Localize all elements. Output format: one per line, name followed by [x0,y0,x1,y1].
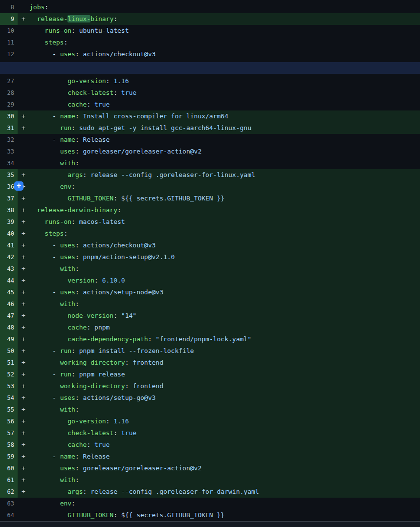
code-token: jobs [29,3,44,11]
line-number[interactable]: 10 [0,25,18,37]
code-line: + working-directory: frontend [18,380,420,392]
line-number[interactable]: 49 [0,333,18,345]
code-token: - [29,136,60,143]
line-number[interactable]: 40 [0,228,18,240]
line-number[interactable]: 38 [0,204,18,216]
code-line: + uses: goreleaser/goreleaser-action@v2 [18,462,420,474]
code-token: goreleaser/goreleaser-action@v2 [83,464,202,472]
line-number[interactable]: 50 [0,345,18,357]
line-number[interactable]: 29 [0,99,18,110]
line-number[interactable]: 52 [0,369,18,380]
code-token: : [106,77,114,85]
line-number[interactable]: 56 [0,416,18,427]
line-number[interactable]: 51 [0,357,18,369]
code-token: go-version [67,77,106,85]
diff-line: 36+ env:+ [0,181,420,193]
diff-marker: + [22,345,29,357]
line-number[interactable]: 47 [0,310,18,322]
diff-line: 37+ GITHUB_TOKEN: ${{ secrets.GITHUB_TOK… [0,193,420,204]
code-line: + - run: pnpm release [18,369,420,380]
line-number[interactable]: 42 [0,251,18,263]
line-number[interactable]: 9 [0,13,18,25]
code-token: : [75,50,83,58]
line-number[interactable]: 39 [0,216,18,228]
line-number[interactable]: 31 [0,122,18,134]
diff-line: 12 - uses: actions/checkout@v3 [0,48,420,60]
line-number[interactable]: 12 [0,48,18,60]
line-number[interactable]: 33 [0,146,18,157]
add-comment-button[interactable]: + [14,181,23,191]
code-token: : [71,500,75,507]
diff-marker: + [22,169,29,181]
code-line: steps: [18,37,420,48]
code-line: + run: sudo apt-get -y install gcc-aarch… [18,122,420,134]
code-token [29,429,67,437]
expand-diff-gap[interactable] [0,60,420,75]
line-number[interactable]: 62 [0,486,18,498]
line-number[interactable]: 41 [0,240,18,251]
line-number[interactable]: 58 [0,439,18,451]
line-number[interactable]: 44 [0,275,18,286]
line-number[interactable]: 43 [0,263,18,275]
line-number[interactable]: 46 [0,298,18,310]
code-token: pnpm/action-setup@v2.1.0 [83,253,175,261]
diff-line: 38+ release-darwin-binary: [0,204,420,216]
line-number[interactable]: 57 [0,427,18,439]
line-number[interactable]: 60 [0,462,18,474]
code-token: check-latest [67,89,113,96]
code-line: + with: [18,404,420,416]
code-token: release --config .goreleaser-for-linux.y… [90,171,255,178]
code-token: uses [60,50,75,58]
code-token: GITHUB_TOKEN [67,511,113,519]
code-token: GITHUB_TOKEN [67,195,113,202]
code-token: : [75,112,83,120]
line-number[interactable]: 8 [0,1,18,13]
line-number[interactable]: 32 [0,134,18,146]
diff-line: 48+ cache: pnpm [0,322,420,333]
code-token: : [75,464,83,472]
line-number[interactable]: 11 [0,37,18,48]
line-number[interactable]: 53 [0,380,18,392]
diff-marker: + [22,193,29,204]
code-token: : [71,371,79,378]
line-number[interactable]: 30 [0,110,18,122]
code-token: check-latest [67,429,113,437]
line-number[interactable]: 64 [0,509,18,521]
file-footer [0,521,420,527]
line-number[interactable]: 48 [0,322,18,333]
code-line: + cache-dependency-path: "frontend/pnpm-… [18,333,420,345]
line-number[interactable]: 63 [0,498,18,509]
line-number[interactable]: 55 [0,404,18,416]
code-token: uses [60,288,75,296]
line-number[interactable]: 35 [0,169,18,181]
diff-line: 57+ check-latest: true [0,427,420,439]
code-line: + - uses: actions/setup-go@v3 [18,392,420,404]
code-token: release-darwin-binary [37,206,117,214]
line-number[interactable]: 37 [0,193,18,204]
code-token: : [71,218,79,225]
code-token: : [113,511,121,519]
code-token: : [113,89,121,96]
code-token [29,195,67,202]
line-number[interactable]: 45 [0,286,18,298]
diff-line: 56+ go-version: 1.16 [0,416,420,427]
line-number[interactable]: 61 [0,474,18,486]
diff-line: 28 check-latest: true [0,87,420,99]
code-token: : [75,288,83,296]
line-number[interactable]: 54 [0,392,18,404]
code-token: env [60,500,71,507]
collapsed-hunk-band[interactable] [0,62,420,74]
line-number[interactable]: 28 [0,87,18,99]
code-token: 6.10.0 [102,277,125,284]
diff-line: 59+ - name: Release [0,451,420,462]
code-token: actions/setup-node@v3 [83,288,163,296]
line-number[interactable]: 59 [0,451,18,462]
line-number[interactable]: 34 [0,157,18,169]
diff-marker: + [22,110,29,122]
code-token: - [29,112,60,120]
code-token [29,406,60,413]
line-number[interactable]: 27 [0,75,18,87]
code-token: sudo apt-get -y install gcc-aarch64-linu… [79,124,251,132]
diff-line: 30+ - name: Install cross-compiler for l… [0,110,420,122]
code-token: with [60,406,75,413]
